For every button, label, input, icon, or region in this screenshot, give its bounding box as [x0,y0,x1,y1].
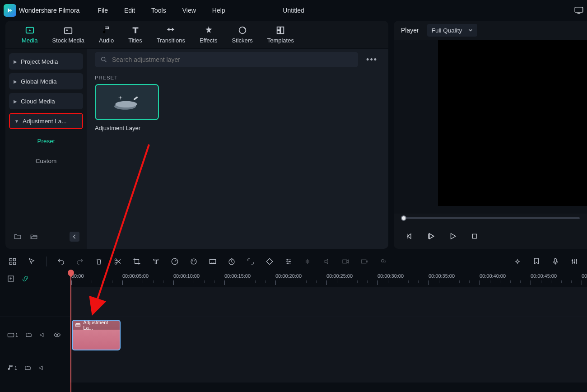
display-toggle-icon[interactable] [574,7,583,14]
audio-folder-icon[interactable] [24,364,31,371]
sidebar-item-preset[interactable]: Preset [9,133,83,149]
timeline-ruler[interactable]: 00:0000:00:05:0000:00:10:0000:00:15:0000… [70,271,587,287]
svg-rect-17 [9,262,12,265]
menu-file[interactable]: File [98,7,108,14]
svg-rect-9 [277,31,280,33]
tab-stock-media[interactable]: Stock Media [46,25,91,44]
clip-type-icon [75,322,80,328]
stop-button[interactable] [470,231,480,241]
tab-media-label: Media [22,37,37,44]
split-icon[interactable] [113,257,122,266]
preset-card-label: Adjustment Layer [95,120,159,131]
open-folder-icon[interactable] [29,232,39,242]
svg-rect-25 [210,260,216,264]
audio-track-icon: 1 [7,364,17,372]
tab-audio-label: Audio [99,37,114,44]
preset-card-adjustment-layer[interactable]: Adjustment Layer [95,84,159,131]
video-track-index: 1 [15,332,18,338]
player-label: Player [401,27,419,34]
svg-point-32 [367,261,368,262]
tab-templates[interactable]: Templates [261,25,300,44]
sidebar-item-project-media[interactable]: ▶Project Media [9,53,83,70]
pointer-tool-icon[interactable] [27,257,36,266]
scrubber-head[interactable] [401,215,406,221]
render-icon[interactable] [341,257,350,266]
svg-rect-0 [575,7,583,12]
sidebar-item-cloud-media[interactable]: ▶Cloud Media [9,93,83,109]
tab-stickers-label: Stickers [232,37,252,44]
preset-thumbnail[interactable] [95,84,159,120]
svg-point-28 [289,261,291,262]
sidebar-item-adjustment-layer[interactable]: ▼Adjustment La... [9,113,83,129]
svg-rect-8 [281,27,284,34]
menu-edit[interactable]: Edit [124,7,135,14]
search-box[interactable] [95,52,358,67]
adjust-icon[interactable] [284,257,293,266]
play-pause-button[interactable] [426,231,436,241]
svg-rect-15 [9,258,12,261]
timeline-track-audio[interactable]: 1 [0,353,587,383]
caption-icon[interactable] [208,257,217,266]
app-name: Wondershare Filmora [19,7,79,14]
add-track-icon[interactable] [7,275,14,282]
app-logo [4,4,16,17]
tab-transitions[interactable]: Transitions [150,25,191,44]
voiceover-icon[interactable] [379,257,388,266]
search-icon [100,56,107,63]
collapse-sidebar-button[interactable] [70,232,79,242]
delete-icon[interactable] [94,257,103,266]
svg-point-29 [287,262,289,264]
timeline-track-video[interactable]: 1 Adjustment La... [0,317,587,353]
crop-icon[interactable] [132,257,141,266]
mix-icon[interactable] [513,257,522,266]
tab-titles[interactable]: Titles [122,25,149,44]
search-input[interactable] [112,56,353,63]
tab-stickers[interactable]: Stickers [225,25,259,44]
record-icon[interactable] [360,257,369,266]
detach-audio-icon[interactable] [322,257,331,266]
more-options-icon[interactable]: ••• [363,55,380,65]
sidebar-adjustment-label: Adjustment La... [23,118,67,125]
audio-wave-icon[interactable] [303,257,312,266]
grid-icon[interactable] [8,257,17,266]
svg-point-34 [517,261,519,263]
mic-icon[interactable] [551,257,560,266]
audio-mute-icon[interactable] [38,364,45,371]
svg-point-23 [192,260,193,261]
track-mute-icon[interactable] [39,331,46,338]
svg-rect-36 [572,260,573,261]
text-icon[interactable] [151,257,160,266]
playhead[interactable] [70,271,71,392]
menu-tools[interactable]: Tools [151,7,166,14]
track-visibility-icon[interactable] [53,331,61,338]
keyframe-icon[interactable] [265,257,274,266]
link-icon[interactable] [22,275,29,282]
speed-icon[interactable] [170,257,179,266]
svg-point-12 [115,101,137,107]
svg-point-22 [191,259,196,264]
quality-dropdown[interactable]: Full Quality [427,24,478,37]
color-icon[interactable] [189,257,198,266]
svg-point-33 [382,260,384,262]
ruler-tick: 00:00:30:00 [377,273,404,279]
menu-help[interactable]: Help [212,7,225,14]
menu-view[interactable]: View [182,7,196,14]
tab-media[interactable]: Media [15,25,44,44]
undo-icon[interactable] [56,257,65,266]
preview-viewport[interactable] [394,40,587,214]
tab-effects[interactable]: Effects [193,25,224,44]
timer-icon[interactable] [227,257,236,266]
step-back-button[interactable] [405,231,415,241]
sidebar-item-global-media[interactable]: ▶Global Media [9,73,83,89]
marker-icon[interactable] [532,257,541,266]
track-folder-icon[interactable] [25,331,32,338]
new-folder-icon[interactable] [13,232,23,242]
tab-audio[interactable]: Audio [93,25,120,44]
expand-icon[interactable] [246,257,255,266]
mixer-icon[interactable] [570,257,579,266]
redo-icon[interactable] [75,257,84,266]
sidebar-item-custom[interactable]: Custom [9,153,83,169]
player-scrubber[interactable] [394,214,587,224]
timeline-clip-adjustment-layer[interactable]: Adjustment La... [72,320,121,350]
play-button[interactable] [448,231,458,241]
